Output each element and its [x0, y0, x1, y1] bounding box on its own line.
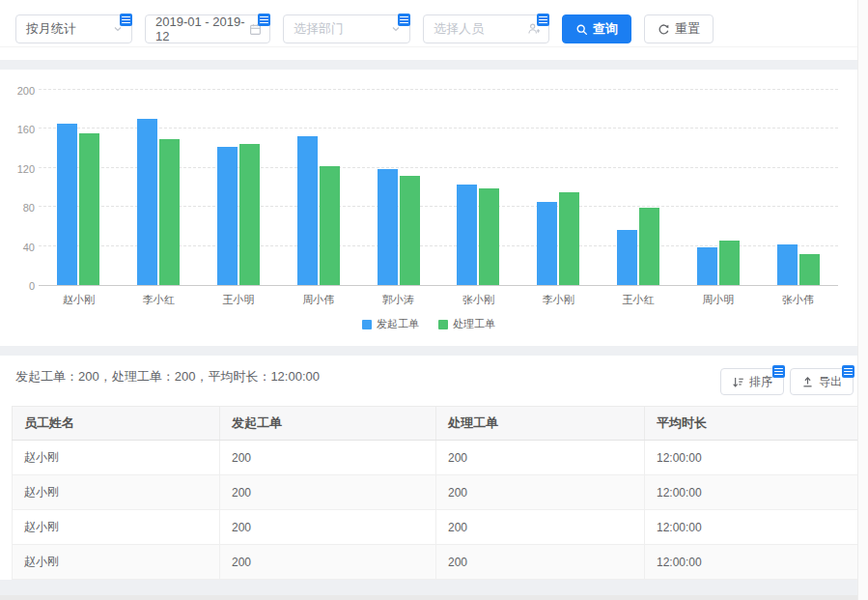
bar-group	[199, 91, 279, 285]
y-tick-label: 200	[8, 85, 35, 97]
legend-swatch-icon	[438, 320, 448, 329]
bar-group	[278, 91, 358, 285]
bar-group	[358, 91, 438, 285]
table-cell: 赵小刚	[13, 475, 220, 510]
table-cell: 200	[436, 441, 645, 475]
bar-发起工单[interactable]	[457, 185, 477, 285]
table-row[interactable]: 赵小刚20020012:00:00	[13, 441, 858, 475]
search-button-label: 查询	[593, 20, 618, 38]
x-tick-label: 张小伟	[758, 293, 838, 307]
y-tick-label: 80	[8, 202, 35, 214]
legend-swatch-icon	[362, 320, 372, 329]
bar-处理工单[interactable]	[559, 192, 579, 285]
table-cell: 200	[436, 475, 645, 510]
x-tick-label: 赵小刚	[39, 293, 119, 307]
bar-处理工单[interactable]	[400, 176, 420, 285]
bar-处理工单[interactable]	[799, 254, 820, 285]
filter-toolbar: 按月统计 2019-01 - 2019-12 选择部门 选择人员 查询 重置	[0, 0, 857, 60]
legend-label: 发起工单	[377, 317, 419, 331]
table-cell: 12:00:00	[645, 475, 858, 510]
export-button-label: 导出	[819, 374, 842, 390]
bar-group	[39, 91, 119, 285]
table-cell: 200	[220, 475, 436, 510]
table-header-handled: 处理工单	[436, 407, 645, 441]
x-tick-label: 周小明	[678, 293, 758, 307]
bar-group	[119, 91, 199, 285]
bar-发起工单[interactable]	[697, 247, 717, 285]
stat-period-select[interactable]: 按月统计	[15, 14, 132, 43]
table-row[interactable]: 赵小刚20020012:00:00	[13, 475, 858, 510]
table-header-employee: 员工姓名	[13, 407, 220, 441]
bar-处理工单[interactable]	[79, 133, 99, 285]
reset-button[interactable]: 重置	[644, 14, 714, 43]
bar-发起工单[interactable]	[378, 169, 398, 285]
table-cell: 12:00:00	[645, 441, 858, 475]
bar-group	[678, 91, 758, 285]
overlay-badge-icon	[398, 14, 410, 26]
bar-group	[518, 91, 599, 285]
table-cell: 赵小刚	[13, 545, 220, 580]
x-tick-label: 郭小涛	[358, 293, 438, 307]
person-placeholder: 选择人员	[434, 20, 484, 38]
stat-period-value: 按月统计	[26, 20, 76, 38]
export-button[interactable]: 导出	[790, 368, 854, 395]
table-row[interactable]: 赵小刚20020012:00:00	[13, 510, 858, 545]
table-header-row: 员工姓名 发起工单 处理工单 平均时长	[13, 407, 858, 441]
table-cell: 200	[436, 545, 645, 580]
bar-处理工单[interactable]	[159, 139, 180, 286]
summary-text: 发起工单：200，处理工单：200，平均时长：12:00:00	[15, 368, 320, 386]
export-icon	[801, 376, 814, 388]
table-cell: 赵小刚	[13, 441, 220, 475]
bar-处理工单[interactable]	[320, 166, 340, 285]
bar-处理工单[interactable]	[479, 188, 499, 285]
toolbar-divider	[0, 46, 857, 47]
bar-发起工单[interactable]	[617, 230, 637, 285]
bar-发起工单[interactable]	[217, 147, 238, 285]
bar-group	[599, 91, 679, 285]
date-range-value: 2019-01 - 2019-12	[155, 14, 249, 43]
overlay-badge-icon	[537, 14, 549, 26]
table-row[interactable]: 赵小刚20020012:00:00	[13, 545, 858, 580]
sort-button-label: 排序	[749, 374, 772, 390]
table-cell: 200	[220, 441, 436, 475]
bottom-edge-strip	[0, 595, 857, 600]
bar-处理工单[interactable]	[719, 241, 740, 285]
overlay-badge-icon	[120, 14, 132, 26]
bar-group	[438, 91, 518, 285]
plot-area	[39, 91, 838, 286]
person-input[interactable]: 选择人员	[423, 14, 549, 43]
department-select[interactable]: 选择部门	[283, 14, 410, 43]
overlay-badge-icon	[842, 365, 854, 378]
bar-发起工单[interactable]	[777, 244, 798, 285]
bar-发起工单[interactable]	[297, 136, 318, 285]
department-placeholder: 选择部门	[294, 20, 344, 38]
x-axis-labels: 赵小刚李小红王小明周小伟郭小涛张小刚李小刚王小红周小明张小伟	[39, 293, 838, 307]
search-button[interactable]: 查询	[562, 14, 631, 43]
results-panel: 发起工单：200，处理工单：200，平均时长：12:00:00 排序 导出 员工…	[0, 356, 857, 580]
sort-button[interactable]: 排序	[720, 368, 784, 395]
y-tick-label: 40	[8, 242, 35, 253]
table-cell: 12:00:00	[645, 545, 858, 580]
x-tick-label: 张小刚	[438, 293, 518, 307]
gridline	[39, 89, 838, 90]
chart-legend: 发起工单处理工单	[0, 317, 857, 331]
legend-item[interactable]: 发起工单	[362, 317, 419, 331]
overlay-badge-icon	[258, 14, 270, 26]
x-tick-label: 李小红	[119, 293, 199, 307]
legend-item[interactable]: 处理工单	[438, 317, 495, 331]
vertical-scrollbar[interactable]	[857, 0, 868, 600]
y-tick-label: 120	[8, 163, 35, 175]
bar-处理工单[interactable]	[239, 144, 260, 285]
bar-发起工单[interactable]	[137, 119, 157, 285]
bar-group	[758, 91, 838, 285]
date-range-picker[interactable]: 2019-01 - 2019-12	[145, 14, 270, 43]
bar-series	[39, 91, 838, 285]
table-header-avg-duration: 平均时长	[645, 407, 858, 441]
table-cell: 200	[436, 510, 645, 545]
bar-发起工单[interactable]	[57, 124, 77, 285]
table-cell: 200	[220, 510, 436, 545]
x-tick-label: 王小红	[599, 293, 679, 307]
bar-处理工单[interactable]	[639, 208, 659, 285]
y-tick-label: 0	[8, 280, 35, 292]
bar-发起工单[interactable]	[537, 202, 557, 285]
